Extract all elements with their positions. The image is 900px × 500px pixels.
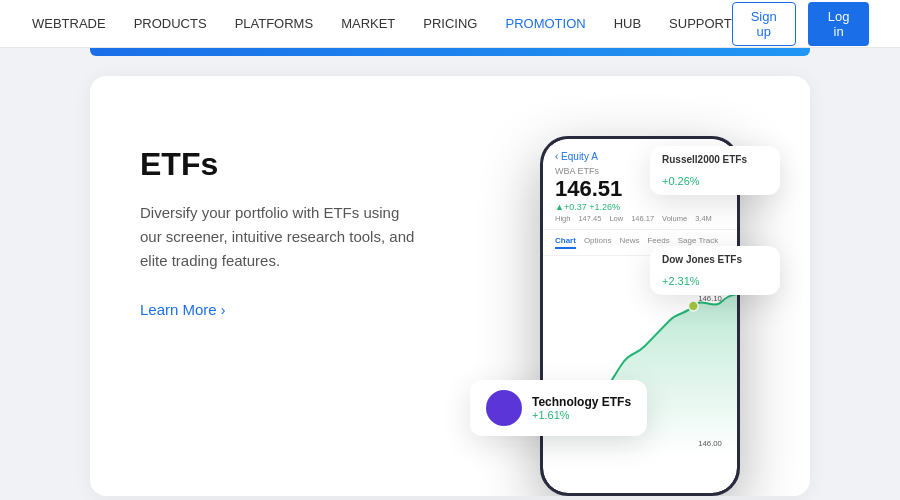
svg-text:146.00: 146.00 [698,439,722,448]
card-right: ‹ Equity A 🔍 ❤️ WBA ETFs 146.51 ▲+0.37 +… [480,126,760,496]
etf-card: ETFs Diversify your portfolio with ETFs … [90,76,810,496]
nav-hub[interactable]: HUB [614,16,641,31]
learn-more-arrow-icon: › [221,302,226,318]
hero-blue-bar [90,48,810,56]
tech-info: Technology ETFs +1.61% [532,395,631,421]
phone-volume-val: 3.4M [695,214,712,223]
phone-tab-chart[interactable]: Chart [555,236,576,249]
card-left: ETFs Diversify your portfolio with ETFs … [140,126,480,318]
phone-high-val: 147.45 [578,214,601,223]
nav-platforms[interactable]: PLATFORMS [235,16,314,31]
tech-etf-name: Technology ETFs [532,395,631,409]
phone-tab-options[interactable]: Options [584,236,612,249]
phone-change: ▲+0.37 +1.26% [555,202,725,212]
nav-market[interactable]: MARKET [341,16,395,31]
main-content: ETFs Diversify your portfolio with ETFs … [0,56,900,496]
phone-back-label: ‹ Equity A [555,151,598,162]
nav-products[interactable]: PRODUCTS [134,16,207,31]
navigation: WEBTRADE PRODUCTS PLATFORMS MARKET PRICI… [0,0,900,48]
svg-point-0 [689,301,699,311]
card-description: Diversify your portfolio with ETFs using… [140,201,420,273]
learn-more-text: Learn More [140,301,217,318]
phone-high-label: High [555,214,570,223]
tech-dot-icon [486,390,522,426]
russell-etf-pct: +0.26% [662,175,700,187]
russell-etf-name: Russell2000 ETFs [662,154,747,165]
tech-etf-card: Technology ETFs +1.61% [470,380,647,436]
learn-more-link[interactable]: Learn More › [140,301,480,318]
dow-etf-pct: +2.31% [662,275,700,287]
dow-etf-card: Dow Jones ETFs +2.31% [650,246,780,295]
nav-actions: Sign up Log in [732,2,870,46]
nav-pricing[interactable]: PRICING [423,16,477,31]
nav-webtrade[interactable]: WEBTRADE [32,16,106,31]
dow-etf-name: Dow Jones ETFs [662,254,742,265]
svg-text:146.10: 146.10 [698,294,722,303]
phone-low-val: 146.17 [631,214,654,223]
nav-support[interactable]: SUPPORT [669,16,732,31]
russell-etf-card: Russell2000 ETFs +0.26% [650,146,780,195]
login-button[interactable]: Log in [808,2,870,46]
phone-tab-news[interactable]: News [619,236,639,249]
nav-links: WEBTRADE PRODUCTS PLATFORMS MARKET PRICI… [32,16,732,31]
card-title: ETFs [140,146,480,183]
phone-low-label: Low [609,214,623,223]
phone-volume-label: Volume [662,214,687,223]
signup-button[interactable]: Sign up [732,2,796,46]
tech-etf-pct: +1.61% [532,409,631,421]
nav-promotion[interactable]: PROMOTION [505,16,585,31]
phone-stats: High 147.45 Low 146.17 Volume 3.4M [555,214,725,223]
